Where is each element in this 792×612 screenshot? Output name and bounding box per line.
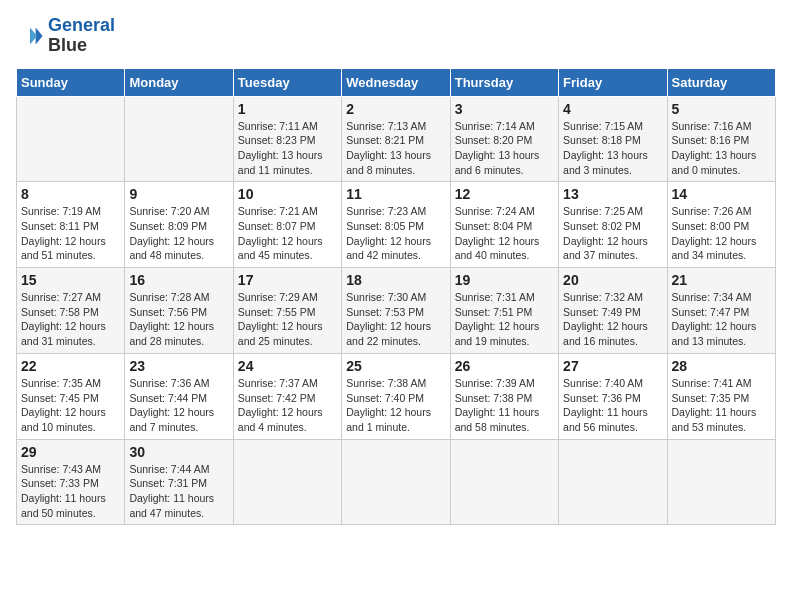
calendar-cell: 29 Sunrise: 7:43 AMSunset: 7:33 PMDaylig… bbox=[17, 439, 125, 525]
day-number: 2 bbox=[346, 101, 445, 117]
calendar-cell: 17 Sunrise: 7:29 AMSunset: 7:55 PMDaylig… bbox=[233, 268, 341, 354]
calendar-cell bbox=[342, 439, 450, 525]
day-info: Sunrise: 7:40 AMSunset: 7:36 PMDaylight:… bbox=[563, 376, 662, 435]
calendar-cell: 30 Sunrise: 7:44 AMSunset: 7:31 PMDaylig… bbox=[125, 439, 233, 525]
calendar-cell: 26 Sunrise: 7:39 AMSunset: 7:38 PMDaylig… bbox=[450, 353, 558, 439]
calendar-cell: 21 Sunrise: 7:34 AMSunset: 7:47 PMDaylig… bbox=[667, 268, 775, 354]
day-number: 15 bbox=[21, 272, 120, 288]
col-header-saturday: Saturday bbox=[667, 68, 775, 96]
day-number: 3 bbox=[455, 101, 554, 117]
day-info: Sunrise: 7:39 AMSunset: 7:38 PMDaylight:… bbox=[455, 376, 554, 435]
day-info: Sunrise: 7:37 AMSunset: 7:42 PMDaylight:… bbox=[238, 376, 337, 435]
day-info: Sunrise: 7:25 AMSunset: 8:02 PMDaylight:… bbox=[563, 204, 662, 263]
day-number: 10 bbox=[238, 186, 337, 202]
col-header-sunday: Sunday bbox=[17, 68, 125, 96]
day-info: Sunrise: 7:36 AMSunset: 7:44 PMDaylight:… bbox=[129, 376, 228, 435]
calendar-cell bbox=[125, 96, 233, 182]
day-number: 21 bbox=[672, 272, 771, 288]
day-number: 26 bbox=[455, 358, 554, 374]
logo: GeneralBlue bbox=[16, 16, 115, 56]
calendar-cell: 28 Sunrise: 7:41 AMSunset: 7:35 PMDaylig… bbox=[667, 353, 775, 439]
day-number: 20 bbox=[563, 272, 662, 288]
day-info: Sunrise: 7:43 AMSunset: 7:33 PMDaylight:… bbox=[21, 462, 120, 521]
day-number: 11 bbox=[346, 186, 445, 202]
calendar-cell: 25 Sunrise: 7:38 AMSunset: 7:40 PMDaylig… bbox=[342, 353, 450, 439]
day-number: 16 bbox=[129, 272, 228, 288]
day-number: 23 bbox=[129, 358, 228, 374]
calendar-cell: 13 Sunrise: 7:25 AMSunset: 8:02 PMDaylig… bbox=[559, 182, 667, 268]
calendar-cell: 23 Sunrise: 7:36 AMSunset: 7:44 PMDaylig… bbox=[125, 353, 233, 439]
day-info: Sunrise: 7:20 AMSunset: 8:09 PMDaylight:… bbox=[129, 204, 228, 263]
calendar-cell: 18 Sunrise: 7:30 AMSunset: 7:53 PMDaylig… bbox=[342, 268, 450, 354]
day-info: Sunrise: 7:34 AMSunset: 7:47 PMDaylight:… bbox=[672, 290, 771, 349]
col-header-monday: Monday bbox=[125, 68, 233, 96]
day-info: Sunrise: 7:14 AMSunset: 8:20 PMDaylight:… bbox=[455, 119, 554, 178]
day-number: 27 bbox=[563, 358, 662, 374]
calendar-week-3: 15 Sunrise: 7:27 AMSunset: 7:58 PMDaylig… bbox=[17, 268, 776, 354]
day-number: 25 bbox=[346, 358, 445, 374]
day-info: Sunrise: 7:15 AMSunset: 8:18 PMDaylight:… bbox=[563, 119, 662, 178]
col-header-thursday: Thursday bbox=[450, 68, 558, 96]
col-header-wednesday: Wednesday bbox=[342, 68, 450, 96]
day-number: 17 bbox=[238, 272, 337, 288]
calendar-cell: 11 Sunrise: 7:23 AMSunset: 8:05 PMDaylig… bbox=[342, 182, 450, 268]
day-number: 30 bbox=[129, 444, 228, 460]
calendar-cell: 2 Sunrise: 7:13 AMSunset: 8:21 PMDayligh… bbox=[342, 96, 450, 182]
calendar-week-4: 22 Sunrise: 7:35 AMSunset: 7:45 PMDaylig… bbox=[17, 353, 776, 439]
day-number: 1 bbox=[238, 101, 337, 117]
calendar-cell: 1 Sunrise: 7:11 AMSunset: 8:23 PMDayligh… bbox=[233, 96, 341, 182]
calendar-cell: 16 Sunrise: 7:28 AMSunset: 7:56 PMDaylig… bbox=[125, 268, 233, 354]
day-info: Sunrise: 7:35 AMSunset: 7:45 PMDaylight:… bbox=[21, 376, 120, 435]
day-info: Sunrise: 7:31 AMSunset: 7:51 PMDaylight:… bbox=[455, 290, 554, 349]
day-number: 29 bbox=[21, 444, 120, 460]
day-info: Sunrise: 7:19 AMSunset: 8:11 PMDaylight:… bbox=[21, 204, 120, 263]
col-header-friday: Friday bbox=[559, 68, 667, 96]
day-number: 19 bbox=[455, 272, 554, 288]
calendar-cell: 12 Sunrise: 7:24 AMSunset: 8:04 PMDaylig… bbox=[450, 182, 558, 268]
day-number: 4 bbox=[563, 101, 662, 117]
calendar-cell: 20 Sunrise: 7:32 AMSunset: 7:49 PMDaylig… bbox=[559, 268, 667, 354]
calendar-cell bbox=[233, 439, 341, 525]
calendar-cell bbox=[667, 439, 775, 525]
calendar-cell bbox=[450, 439, 558, 525]
day-info: Sunrise: 7:32 AMSunset: 7:49 PMDaylight:… bbox=[563, 290, 662, 349]
day-info: Sunrise: 7:23 AMSunset: 8:05 PMDaylight:… bbox=[346, 204, 445, 263]
calendar-cell: 27 Sunrise: 7:40 AMSunset: 7:36 PMDaylig… bbox=[559, 353, 667, 439]
calendar-cell: 14 Sunrise: 7:26 AMSunset: 8:00 PMDaylig… bbox=[667, 182, 775, 268]
day-number: 13 bbox=[563, 186, 662, 202]
day-number: 9 bbox=[129, 186, 228, 202]
logo-text: GeneralBlue bbox=[48, 16, 115, 56]
day-number: 5 bbox=[672, 101, 771, 117]
calendar-cell: 3 Sunrise: 7:14 AMSunset: 8:20 PMDayligh… bbox=[450, 96, 558, 182]
day-info: Sunrise: 7:24 AMSunset: 8:04 PMDaylight:… bbox=[455, 204, 554, 263]
day-number: 28 bbox=[672, 358, 771, 374]
day-info: Sunrise: 7:13 AMSunset: 8:21 PMDaylight:… bbox=[346, 119, 445, 178]
day-info: Sunrise: 7:27 AMSunset: 7:58 PMDaylight:… bbox=[21, 290, 120, 349]
day-number: 18 bbox=[346, 272, 445, 288]
day-number: 12 bbox=[455, 186, 554, 202]
day-number: 8 bbox=[21, 186, 120, 202]
day-number: 22 bbox=[21, 358, 120, 374]
calendar-cell: 8 Sunrise: 7:19 AMSunset: 8:11 PMDayligh… bbox=[17, 182, 125, 268]
calendar-cell: 22 Sunrise: 7:35 AMSunset: 7:45 PMDaylig… bbox=[17, 353, 125, 439]
day-number: 14 bbox=[672, 186, 771, 202]
calendar-cell: 9 Sunrise: 7:20 AMSunset: 8:09 PMDayligh… bbox=[125, 182, 233, 268]
calendar-week-2: 8 Sunrise: 7:19 AMSunset: 8:11 PMDayligh… bbox=[17, 182, 776, 268]
calendar-cell bbox=[559, 439, 667, 525]
calendar-cell bbox=[17, 96, 125, 182]
calendar-cell: 19 Sunrise: 7:31 AMSunset: 7:51 PMDaylig… bbox=[450, 268, 558, 354]
day-info: Sunrise: 7:38 AMSunset: 7:40 PMDaylight:… bbox=[346, 376, 445, 435]
day-info: Sunrise: 7:29 AMSunset: 7:55 PMDaylight:… bbox=[238, 290, 337, 349]
day-info: Sunrise: 7:16 AMSunset: 8:16 PMDaylight:… bbox=[672, 119, 771, 178]
calendar-week-5: 29 Sunrise: 7:43 AMSunset: 7:33 PMDaylig… bbox=[17, 439, 776, 525]
day-info: Sunrise: 7:26 AMSunset: 8:00 PMDaylight:… bbox=[672, 204, 771, 263]
calendar-cell: 10 Sunrise: 7:21 AMSunset: 8:07 PMDaylig… bbox=[233, 182, 341, 268]
day-info: Sunrise: 7:41 AMSunset: 7:35 PMDaylight:… bbox=[672, 376, 771, 435]
calendar-table: SundayMondayTuesdayWednesdayThursdayFrid… bbox=[16, 68, 776, 526]
day-number: 24 bbox=[238, 358, 337, 374]
calendar-cell: 4 Sunrise: 7:15 AMSunset: 8:18 PMDayligh… bbox=[559, 96, 667, 182]
day-info: Sunrise: 7:21 AMSunset: 8:07 PMDaylight:… bbox=[238, 204, 337, 263]
day-info: Sunrise: 7:28 AMSunset: 7:56 PMDaylight:… bbox=[129, 290, 228, 349]
day-info: Sunrise: 7:30 AMSunset: 7:53 PMDaylight:… bbox=[346, 290, 445, 349]
page-header: GeneralBlue bbox=[16, 16, 776, 56]
